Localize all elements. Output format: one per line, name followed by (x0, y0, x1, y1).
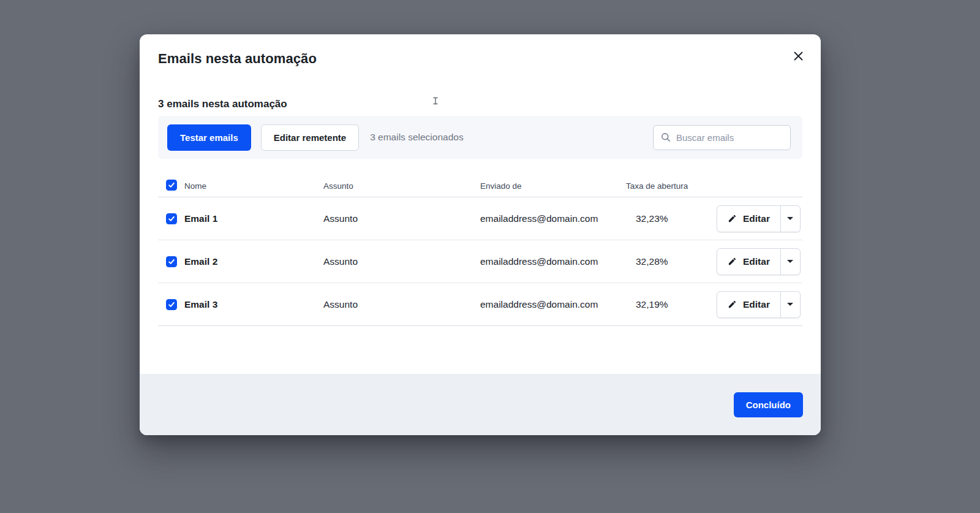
row-checkbox[interactable] (166, 213, 177, 224)
edit-split-button: Editar (717, 291, 801, 318)
email-open-rate: 32,19% (626, 299, 717, 310)
row-checkbox[interactable] (166, 256, 177, 267)
edit-split-button: Editar (717, 205, 801, 232)
checkmark-icon (168, 258, 175, 265)
table-row: Email 2 Assunto emailaddress@domain.com … (158, 240, 802, 283)
pencil-icon (728, 257, 737, 266)
edit-dropdown-button[interactable] (781, 292, 800, 317)
caret-down-icon (787, 303, 793, 306)
email-name: Email 3 (184, 299, 323, 310)
done-button[interactable]: Concluído (734, 392, 803, 417)
email-name: Email 2 (184, 256, 323, 267)
search-icon (661, 132, 671, 142)
edit-button-label: Editar (743, 213, 770, 224)
toolbar: Testar emails Editar remetente 3 emails … (158, 116, 802, 159)
row-checkbox[interactable] (166, 299, 177, 310)
pencil-icon (728, 214, 737, 223)
table-row: Email 3 Assunto emailaddress@domain.com … (158, 283, 802, 326)
email-count-heading: 3 emails nesta automação (158, 98, 802, 110)
header-sent-from: Enviado de (480, 181, 626, 191)
edit-dropdown-button[interactable] (781, 249, 800, 275)
pencil-icon (728, 300, 737, 309)
caret-down-icon (787, 260, 793, 263)
select-all-checkbox[interactable] (166, 180, 177, 191)
edit-button-label: Editar (743, 256, 770, 267)
email-open-rate: 32,28% (626, 256, 717, 267)
email-subject: Assunto (323, 299, 480, 310)
modal-title: Emails nesta automação (158, 51, 802, 67)
header-open-rate: Taxa de abertura (626, 181, 717, 191)
email-sent-from: emailaddress@domain.com (480, 256, 626, 267)
table-row: Email 1 Assunto emailaddress@domain.com … (158, 197, 802, 240)
email-subject: Assunto (323, 213, 480, 224)
checkmark-icon (168, 215, 175, 222)
edit-button[interactable]: Editar (717, 292, 780, 317)
email-sent-from: emailaddress@domain.com (480, 299, 626, 310)
emails-table: Nome Assunto Enviado de Taxa de abertura… (158, 175, 802, 326)
checkmark-icon (168, 301, 175, 308)
modal-header: Emails nesta automação (140, 34, 821, 67)
close-button[interactable] (790, 49, 806, 65)
text-cursor-icon (433, 96, 438, 107)
header-name: Nome (184, 181, 323, 191)
email-open-rate: 32,23% (626, 213, 717, 224)
header-subject: Assunto (323, 181, 480, 191)
checkmark-icon (168, 181, 175, 189)
emails-automation-modal: Emails nesta automação 3 emails nesta au… (140, 34, 821, 435)
edit-button[interactable]: Editar (717, 249, 780, 275)
caret-down-icon (787, 217, 793, 220)
email-name: Email 1 (184, 213, 323, 224)
search-input[interactable] (676, 132, 783, 143)
edit-button[interactable]: Editar (717, 206, 780, 232)
email-sent-from: emailaddress@domain.com (480, 213, 626, 224)
search-box[interactable] (653, 125, 791, 150)
close-icon (793, 51, 804, 63)
screen-overlay: { "modal": { "title": "Emails nesta auto… (0, 0, 980, 513)
table-header-row: Nome Assunto Enviado de Taxa de abertura (158, 175, 802, 197)
email-subject: Assunto (323, 256, 480, 267)
edit-button-label: Editar (743, 299, 770, 310)
edit-sender-button[interactable]: Editar remetente (261, 124, 359, 151)
test-emails-button[interactable]: Testar emails (167, 124, 251, 151)
edit-dropdown-button[interactable] (781, 206, 800, 232)
selection-status: 3 emails selecionados (370, 132, 464, 143)
modal-footer: Concluído (140, 374, 821, 435)
edit-split-button: Editar (717, 248, 801, 275)
